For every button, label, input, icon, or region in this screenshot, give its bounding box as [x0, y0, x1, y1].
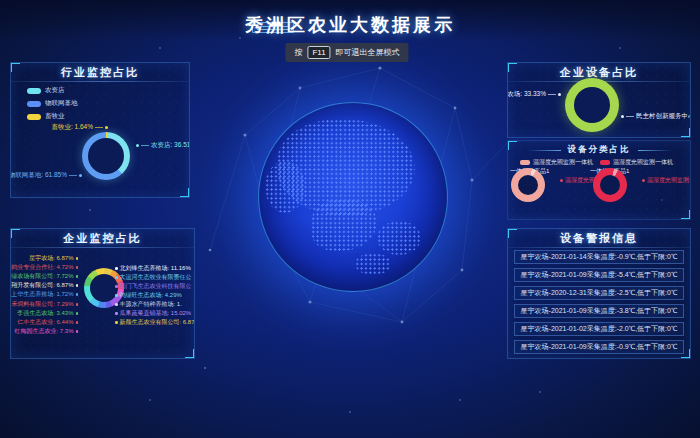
category-donut-chart-1[interactable]	[511, 168, 545, 202]
enterprise-label: 星宇农场: 6.87%	[29, 254, 78, 263]
callout-dot	[76, 321, 79, 324]
callout-text: 中禾饲料有限公司: 7.29%	[10, 300, 74, 309]
category-legend[interactable]: 温湿度光照监测一体机	[520, 158, 593, 167]
callout-dot	[76, 266, 79, 269]
callout-dot	[76, 284, 79, 287]
callout-text: 星宇农场: 6.87%	[29, 254, 73, 263]
callout-dot	[76, 275, 79, 278]
callout-dot	[621, 115, 624, 118]
callout-line	[141, 145, 149, 146]
callout-text: 畜牧业: 1.64%	[51, 123, 93, 132]
device-callout: 民主村创新服务中心:	[621, 112, 691, 121]
callout-text: 星宇农场: 33.33%	[507, 90, 546, 99]
callout-dot	[76, 303, 79, 306]
panel-title: 行业监控占比	[11, 63, 189, 81]
alarm-row[interactable]: 星宇农场-2021-01-09采集温度:-3.8℃,低于下限:0℃	[514, 304, 684, 318]
callout-dot	[115, 285, 118, 288]
panel-device-category-ratio: 设备分类占比 温湿度光照监测一体机 一体机类产品1 温湿度光照监测一 温湿度光照…	[507, 140, 691, 220]
enterprise-label: 李强生态农场: 3.43%	[17, 309, 78, 318]
alarm-row[interactable]: 星宇农场-2021-01-09采集温度:-0.9℃,低于下限:0℃	[514, 340, 684, 354]
callout-dot	[115, 294, 118, 297]
device-callout: 星宇农场: 33.33%	[507, 90, 561, 99]
callout-dot	[76, 312, 79, 315]
enterprise-label: 秀洲鸽业专业合作社: 4.72%	[10, 263, 78, 272]
category-legend[interactable]: 温湿度光照监测一体机	[600, 158, 673, 167]
callout-text: 北刘锋生态养殖场: 11.16%	[120, 264, 191, 273]
callout-dot	[136, 144, 139, 147]
legend-item[interactable]: 畜牧业	[27, 112, 78, 121]
callout-dot	[105, 126, 108, 129]
legend-swatch	[27, 114, 41, 120]
legend-label: 农资店	[45, 86, 65, 95]
title-divider	[11, 81, 189, 82]
globe	[258, 102, 448, 292]
dashboard: 秀洲区农业大数据展示 按 F11 即可退出全屏模式 行业监控占比 农资店 物联网…	[0, 0, 700, 438]
callout-dot	[558, 93, 561, 96]
callout-dot	[642, 179, 645, 182]
callout-text: 翔升发有限公司: 6.87%	[11, 281, 73, 290]
enterprise-label: 丰源水产特种养殖场: 1.	[115, 300, 182, 309]
callout-text: 新颜生态农业有限公司: 6.87%	[120, 318, 196, 327]
legend-label: 物联网基地	[45, 99, 78, 108]
globe-continent-dots	[355, 253, 391, 275]
legend-label: 温湿度光照监测一体机	[533, 158, 593, 167]
legend-label: 温湿度光照监测一体机	[613, 158, 673, 167]
legend-swatch	[520, 160, 530, 165]
globe-continent-dots	[377, 221, 421, 255]
section-header: 设备分类占比	[508, 144, 690, 156]
alarm-row[interactable]: 星宇农场-2020-12-31采集温度:-2.5℃,低于下限:0℃	[514, 286, 684, 300]
callout-text: 秀洲鸽业专业合作社: 4.72%	[10, 263, 74, 272]
industry-donut-chart[interactable]	[82, 132, 130, 180]
callout-text: 上华生态养殖场: 1.72%	[11, 290, 73, 299]
callout-text: 家绿农场有限公司: 7.72%	[10, 272, 74, 281]
callout-text: 仁丰生态农业: 6.44%	[17, 318, 73, 327]
callout-dot	[76, 293, 79, 296]
callout-dot	[76, 257, 79, 260]
industry-callout: 农资店: 36.51%	[136, 141, 190, 150]
callout-line	[548, 94, 556, 95]
page-title: 秀洲区农业大数据展示	[0, 13, 700, 37]
alarm-row[interactable]: 星宇农场-2021-01-14采集温度:-0.9℃,低于下限:0℃	[514, 250, 684, 264]
enterprise-label: 大运河生态牧业有限责任公	[115, 273, 192, 282]
industry-callout: 物联网基地: 61.85%	[10, 171, 82, 180]
alarm-list: 星宇农场-2021-01-14采集温度:-0.9℃,低于下限:0℃ 星宇农场-2…	[514, 250, 684, 354]
callout-dot	[560, 179, 563, 182]
enterprise-label: 中禾饲料有限公司: 7.29%	[10, 300, 78, 309]
hint-suffix: 即可退出全屏模式	[336, 47, 400, 58]
globe-continent-dots	[265, 161, 305, 213]
callout-text: 民主村创新服务中心:	[636, 112, 691, 121]
callout-line	[69, 175, 77, 176]
callout-text: 温湿度光照监测一	[647, 176, 691, 185]
panel-device-ratio: 企业设备占比 星宇农场: 33.33% 民主村创新服务中心:	[507, 62, 691, 138]
panel-enterprise-monitor-ratio: 企业监控占比 星宇农场: 6.87% 秀洲鸽业专业合作社: 4.72% 家绿农场…	[10, 228, 195, 359]
alarm-row[interactable]: 星宇农场-2021-01-02采集温度:-2.0℃,低于下限:0℃	[514, 322, 684, 336]
legend-label: 畜牧业	[45, 112, 65, 121]
alarm-row[interactable]: 星宇农场-2021-01-09采集温度:-5.4℃,低于下限:0℃	[514, 268, 684, 282]
legend-item[interactable]: 农资店	[27, 86, 78, 95]
callout-text: 李强生态农场: 3.43%	[17, 309, 73, 318]
enterprise-label: 红梅园生态农业: 7.3%	[14, 327, 78, 336]
callout-dot	[76, 330, 79, 333]
legend-item[interactable]: 物联网基地	[27, 99, 78, 108]
header-line	[527, 150, 561, 151]
industry-legend: 农资店 物联网基地 畜牧业	[27, 86, 78, 121]
callout-dot	[115, 276, 118, 279]
legend-swatch	[600, 160, 610, 165]
callout-line	[626, 116, 634, 117]
enterprise-label: 瓜果蔬菜直销基地: 15.02%	[115, 309, 191, 318]
legend-swatch	[27, 88, 41, 94]
callout-text: 瓜果蔬菜直销基地: 15.02%	[120, 309, 192, 318]
f11-key-badge: F11	[307, 46, 330, 59]
enterprise-label: 家绿农场有限公司: 7.72%	[10, 272, 78, 281]
globe-continent-dots	[311, 199, 377, 251]
callout-text: 红梅园生态农业: 7.3%	[14, 327, 73, 336]
callout-text: 农资店: 36.51%	[151, 141, 190, 150]
callout-text: 物联网基地: 61.85%	[10, 171, 67, 180]
category-donut-chart-2[interactable]	[593, 168, 627, 202]
fullscreen-hint: 按 F11 即可退出全屏模式	[285, 43, 408, 62]
device-donut-chart[interactable]	[565, 78, 619, 132]
callout-dot	[115, 303, 118, 306]
callout-text: 鸭绿旺生态农场: 4.29%	[120, 291, 182, 300]
callout-dot	[115, 267, 118, 270]
callout-line	[95, 127, 103, 128]
